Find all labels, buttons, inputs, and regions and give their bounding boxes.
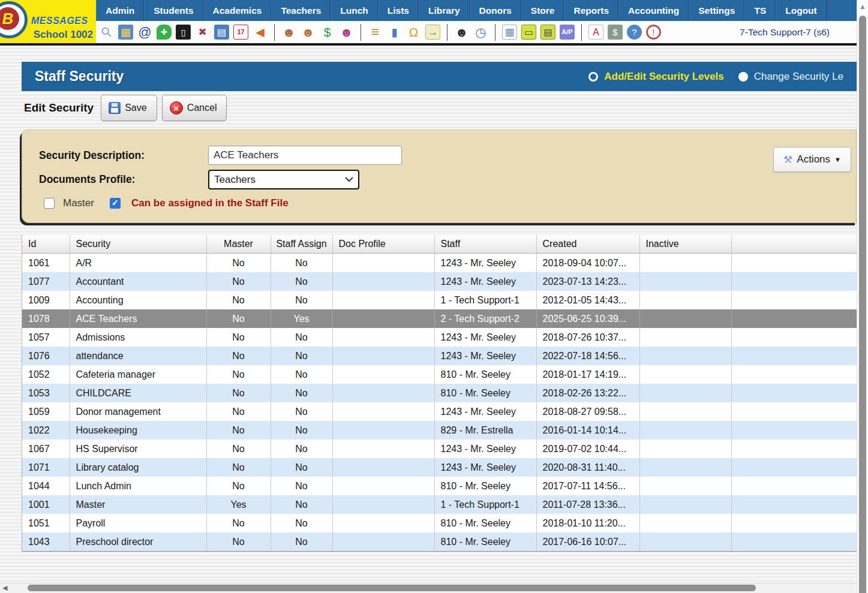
cancel-button[interactable]: × Cancel	[162, 95, 227, 121]
column-header-doc-profile[interactable]: Doc Profile	[332, 235, 434, 254]
security-levels-table: IdSecurityMasterStaff AssignDoc ProfileS…	[22, 235, 857, 552]
save-button[interactable]: Save	[101, 95, 157, 121]
table-row[interactable]: 1044Lunch AdminNoNo810 - Mr. Seeley2017-…	[22, 477, 857, 495]
table-row[interactable]: 1071Library catalogNoNo1243 - Mr. Seeley…	[22, 458, 857, 477]
alert-icon[interactable]: !	[646, 25, 661, 40]
master-checkbox[interactable]	[44, 198, 55, 209]
staff-man-icon[interactable]: ☻	[454, 25, 469, 40]
master-checkbox-label[interactable]: Master	[63, 197, 94, 209]
check-icon[interactable]: ▭	[521, 25, 536, 40]
nav-item-library[interactable]: Library	[419, 0, 470, 21]
table-row[interactable]: 1051PayrollNoNo810 - Mr. Seeley2018-01-1…	[22, 514, 857, 532]
nav-item-ts[interactable]: TS	[744, 0, 776, 21]
scroll-left-arrow-icon[interactable]: ◀	[2, 584, 7, 592]
email-at-icon[interactable]: @	[137, 25, 152, 40]
cell: 2025-06-25 10:39...	[536, 309, 639, 328]
column-header-master[interactable]: Master	[206, 235, 271, 254]
search-icon[interactable]: ⚲	[96, 22, 117, 43]
horizontal-scrollbar-thumb[interactable]	[28, 585, 756, 591]
calendar-icon[interactable]: ▤	[214, 25, 229, 40]
radio-add-edit-label[interactable]: Add/Edit Security Levels	[604, 71, 723, 83]
nav-item-logout[interactable]: Logout	[776, 0, 827, 21]
column-header-id[interactable]: Id	[22, 235, 70, 254]
app-logo: B MESSAGES School 1002	[0, 0, 96, 43]
megaphone-icon[interactable]: ◀	[253, 25, 268, 40]
table-header-row: IdSecurityMasterStaff AssignDoc ProfileS…	[22, 235, 857, 254]
actions-button[interactable]: ⚒ Actions ▼	[773, 147, 851, 172]
radio-change-security[interactable]	[738, 72, 748, 82]
cell: 1022	[22, 421, 70, 440]
nav-item-reports[interactable]: Reports	[564, 0, 618, 21]
column-header-security[interactable]: Security	[70, 235, 206, 254]
table-row[interactable]: 1067HS SupervisorNoNo1243 - Mr. Seeley20…	[22, 440, 857, 458]
column-header-blank[interactable]	[731, 235, 857, 254]
cell: No	[206, 384, 271, 402]
vertical-scrollbar-thumb[interactable]	[859, 16, 866, 593]
nurse-icon[interactable]: ☻	[281, 25, 296, 40]
clock-icon[interactable]: ◷	[473, 25, 488, 40]
cell	[639, 514, 731, 532]
security-description-label: Security Description:	[39, 149, 145, 162]
table-row[interactable]: 1043Preschool directorNoNo810 - Mr. Seel…	[22, 532, 857, 551]
ledger-icon[interactable]: ▦	[502, 25, 517, 40]
export-document-icon[interactable]: →	[425, 25, 440, 40]
dashboard-grid-icon[interactable]: ▦	[118, 25, 133, 40]
cell: 810 - Mr. Seeley	[434, 532, 536, 551]
nav-item-admin[interactable]: Admin	[96, 0, 144, 21]
calendar-date-icon[interactable]: 17	[233, 25, 248, 40]
table-row[interactable]: 1001MasterYesNo1 - Tech Support-12011-07…	[22, 495, 857, 514]
staff-woman-icon[interactable]: ☻	[301, 25, 316, 40]
scroll-up-arrow-icon[interactable]: ▲	[859, 2, 866, 11]
brand-monogram: B	[0, 7, 19, 30]
cell: 1243 - Mr. Seeley	[434, 254, 536, 273]
lunch-burger-icon[interactable]: ≡	[368, 25, 383, 40]
table-row[interactable]: 1078ACE TeachersNoYes2 - Tech Support-22…	[22, 309, 857, 328]
documents-profile-select[interactable]: Teachers	[208, 170, 359, 189]
chat-bubble-icon[interactable]: ✚	[157, 25, 172, 40]
nav-item-settings[interactable]: Settings	[689, 0, 744, 21]
nav-item-donors[interactable]: Donors	[470, 0, 521, 21]
cash-register-icon[interactable]: $	[608, 25, 623, 40]
table-row[interactable]: 1059Donor managementNoNo1243 - Mr. Seele…	[22, 402, 857, 421]
library-book-icon[interactable]: ▮	[387, 25, 402, 40]
table-row[interactable]: 1061A/RNoNo1243 - Mr. Seeley2018-09-04 1…	[22, 254, 857, 273]
table-row[interactable]: 1057AdmissionsNoNo1243 - Mr. Seeley2018-…	[22, 328, 857, 347]
staff-file-checkbox[interactable]	[110, 198, 121, 209]
horizontal-scrollbar: ◀	[0, 583, 857, 593]
nav-item-store[interactable]: Store	[521, 0, 564, 21]
table-row[interactable]: 1052Cafeteria managerNoNo810 - Mr. Seele…	[22, 365, 857, 384]
nav-item-students[interactable]: Students	[144, 0, 203, 21]
radio-change-label[interactable]: Change Security Le	[754, 71, 843, 83]
staff-file-checkbox-label[interactable]: Can be assigned in the Staff File	[131, 197, 289, 209]
print-check-icon[interactable]: ▤	[540, 25, 555, 40]
nav-item-teachers[interactable]: Teachers	[271, 0, 331, 21]
mute-speaker-icon[interactable]: ✖	[195, 25, 210, 40]
accounts-payable-icon[interactable]: A/P	[560, 25, 575, 40]
mobile-phone-icon[interactable]: ▯	[176, 25, 191, 40]
table-row[interactable]: 1076attendanceNoNo1243 - Mr. Seeley2022-…	[22, 347, 857, 365]
column-header-created[interactable]: Created	[536, 235, 639, 254]
nav-item-lists[interactable]: Lists	[378, 0, 419, 21]
security-description-input[interactable]	[208, 146, 402, 165]
table-row[interactable]: 1077AccountantNoNo1243 - Mr. Seeley2023-…	[22, 272, 857, 291]
column-header-staff[interactable]: Staff	[434, 235, 536, 254]
cell: 1051	[22, 514, 70, 532]
donor-bell-icon[interactable]: Ω	[406, 25, 421, 40]
column-header-inactive[interactable]: Inactive	[639, 235, 731, 254]
family-icon[interactable]: ☻	[339, 25, 354, 40]
table-row[interactable]: 1022HousekeepingNoNo829 - Mr. Estrella20…	[22, 421, 857, 440]
cell: No	[271, 514, 332, 532]
nav-item-academics[interactable]: Academics	[203, 0, 272, 21]
nav-item-accounting[interactable]: Accounting	[618, 0, 689, 21]
money-icon[interactable]: $	[320, 25, 335, 40]
pdf-icon[interactable]: A	[588, 25, 603, 40]
radio-add-edit-security[interactable]	[588, 72, 598, 82]
table-row[interactable]: 1053CHILDCARENoNo810 - Mr. Seeley2018-02…	[22, 384, 857, 402]
table-row[interactable]: 1009AccountingNoNo1 - Tech Support-12012…	[22, 291, 857, 309]
help-icon[interactable]: ?	[627, 25, 642, 40]
cell: 2018-02-26 13:22...	[536, 384, 639, 402]
column-header-staff-assign[interactable]: Staff Assign	[271, 235, 332, 254]
chevron-down-icon	[345, 177, 353, 182]
app-window: B MESSAGES School 1002 AdminStudentsAcad…	[0, 0, 868, 593]
nav-item-lunch[interactable]: Lunch	[331, 0, 378, 21]
